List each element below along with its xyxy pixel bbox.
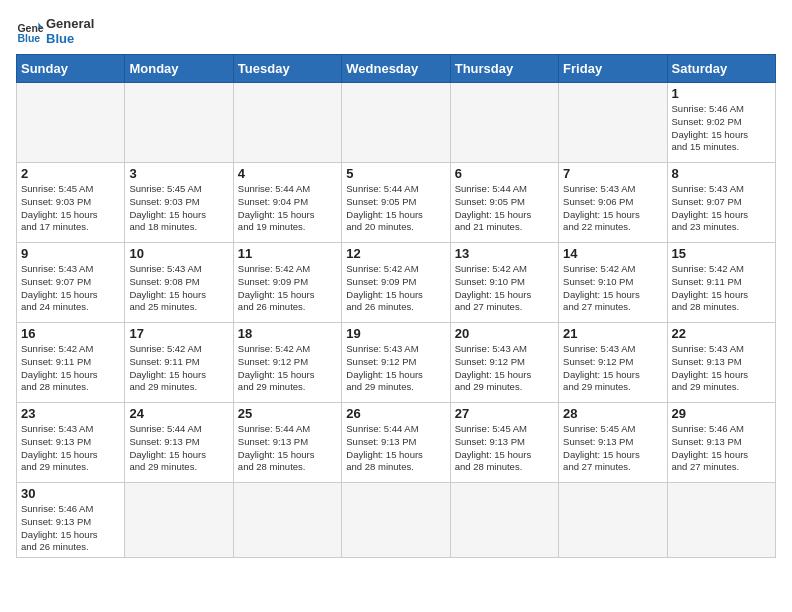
calendar-week-6: 30Sunrise: 5:46 AM Sunset: 9:13 PM Dayli… xyxy=(17,483,776,558)
day-info: Sunrise: 5:43 AM Sunset: 9:07 PM Dayligh… xyxy=(21,263,120,314)
calendar-cell xyxy=(667,483,775,558)
day-info: Sunrise: 5:43 AM Sunset: 9:07 PM Dayligh… xyxy=(672,183,771,234)
weekday-header-tuesday: Tuesday xyxy=(233,55,341,83)
calendar-cell: 26Sunrise: 5:44 AM Sunset: 9:13 PM Dayli… xyxy=(342,403,450,483)
day-number: 6 xyxy=(455,166,554,181)
calendar-cell: 22Sunrise: 5:43 AM Sunset: 9:13 PM Dayli… xyxy=(667,323,775,403)
day-info: Sunrise: 5:42 AM Sunset: 9:11 PM Dayligh… xyxy=(129,343,228,394)
day-number: 20 xyxy=(455,326,554,341)
day-number: 2 xyxy=(21,166,120,181)
calendar-cell: 14Sunrise: 5:42 AM Sunset: 9:10 PM Dayli… xyxy=(559,243,667,323)
day-number: 4 xyxy=(238,166,337,181)
day-number: 5 xyxy=(346,166,445,181)
calendar-cell xyxy=(125,483,233,558)
calendar-cell xyxy=(342,483,450,558)
day-number: 12 xyxy=(346,246,445,261)
calendar-cell xyxy=(125,83,233,163)
day-info: Sunrise: 5:42 AM Sunset: 9:11 PM Dayligh… xyxy=(21,343,120,394)
day-info: Sunrise: 5:42 AM Sunset: 9:12 PM Dayligh… xyxy=(238,343,337,394)
day-info: Sunrise: 5:43 AM Sunset: 9:13 PM Dayligh… xyxy=(672,343,771,394)
day-number: 30 xyxy=(21,486,120,501)
calendar-cell: 16Sunrise: 5:42 AM Sunset: 9:11 PM Dayli… xyxy=(17,323,125,403)
day-number: 28 xyxy=(563,406,662,421)
day-info: Sunrise: 5:45 AM Sunset: 9:03 PM Dayligh… xyxy=(129,183,228,234)
calendar-cell: 11Sunrise: 5:42 AM Sunset: 9:09 PM Dayli… xyxy=(233,243,341,323)
day-info: Sunrise: 5:43 AM Sunset: 9:12 PM Dayligh… xyxy=(455,343,554,394)
calendar-cell xyxy=(342,83,450,163)
day-number: 16 xyxy=(21,326,120,341)
day-info: Sunrise: 5:43 AM Sunset: 9:06 PM Dayligh… xyxy=(563,183,662,234)
day-number: 3 xyxy=(129,166,228,181)
calendar-cell: 20Sunrise: 5:43 AM Sunset: 9:12 PM Dayli… xyxy=(450,323,558,403)
calendar-cell: 10Sunrise: 5:43 AM Sunset: 9:08 PM Dayli… xyxy=(125,243,233,323)
calendar-cell: 30Sunrise: 5:46 AM Sunset: 9:13 PM Dayli… xyxy=(17,483,125,558)
day-number: 18 xyxy=(238,326,337,341)
calendar-cell: 24Sunrise: 5:44 AM Sunset: 9:13 PM Dayli… xyxy=(125,403,233,483)
calendar-week-2: 2Sunrise: 5:45 AM Sunset: 9:03 PM Daylig… xyxy=(17,163,776,243)
calendar-cell: 4Sunrise: 5:44 AM Sunset: 9:04 PM Daylig… xyxy=(233,163,341,243)
calendar-cell xyxy=(233,83,341,163)
day-number: 26 xyxy=(346,406,445,421)
day-info: Sunrise: 5:42 AM Sunset: 9:09 PM Dayligh… xyxy=(238,263,337,314)
logo-text-general: General xyxy=(46,16,94,31)
logo-icon: General Blue xyxy=(16,17,44,45)
day-number: 1 xyxy=(672,86,771,101)
day-info: Sunrise: 5:44 AM Sunset: 9:13 PM Dayligh… xyxy=(129,423,228,474)
calendar-cell: 21Sunrise: 5:43 AM Sunset: 9:12 PM Dayli… xyxy=(559,323,667,403)
day-info: Sunrise: 5:44 AM Sunset: 9:05 PM Dayligh… xyxy=(455,183,554,234)
day-number: 21 xyxy=(563,326,662,341)
day-number: 15 xyxy=(672,246,771,261)
weekday-header-wednesday: Wednesday xyxy=(342,55,450,83)
logo-text-blue: Blue xyxy=(46,31,94,46)
calendar-cell: 29Sunrise: 5:46 AM Sunset: 9:13 PM Dayli… xyxy=(667,403,775,483)
weekday-header-monday: Monday xyxy=(125,55,233,83)
day-number: 29 xyxy=(672,406,771,421)
day-info: Sunrise: 5:45 AM Sunset: 9:13 PM Dayligh… xyxy=(563,423,662,474)
calendar-table: SundayMondayTuesdayWednesdayThursdayFrid… xyxy=(16,54,776,558)
calendar-cell: 9Sunrise: 5:43 AM Sunset: 9:07 PM Daylig… xyxy=(17,243,125,323)
calendar-week-5: 23Sunrise: 5:43 AM Sunset: 9:13 PM Dayli… xyxy=(17,403,776,483)
day-info: Sunrise: 5:43 AM Sunset: 9:08 PM Dayligh… xyxy=(129,263,228,314)
calendar-week-4: 16Sunrise: 5:42 AM Sunset: 9:11 PM Dayli… xyxy=(17,323,776,403)
day-number: 7 xyxy=(563,166,662,181)
day-info: Sunrise: 5:42 AM Sunset: 9:11 PM Dayligh… xyxy=(672,263,771,314)
day-info: Sunrise: 5:45 AM Sunset: 9:13 PM Dayligh… xyxy=(455,423,554,474)
weekday-header-thursday: Thursday xyxy=(450,55,558,83)
day-info: Sunrise: 5:44 AM Sunset: 9:13 PM Dayligh… xyxy=(346,423,445,474)
calendar-cell: 19Sunrise: 5:43 AM Sunset: 9:12 PM Dayli… xyxy=(342,323,450,403)
day-number: 19 xyxy=(346,326,445,341)
calendar-week-1: 1Sunrise: 5:46 AM Sunset: 9:02 PM Daylig… xyxy=(17,83,776,163)
day-info: Sunrise: 5:44 AM Sunset: 9:13 PM Dayligh… xyxy=(238,423,337,474)
day-number: 14 xyxy=(563,246,662,261)
day-info: Sunrise: 5:44 AM Sunset: 9:05 PM Dayligh… xyxy=(346,183,445,234)
calendar-cell: 18Sunrise: 5:42 AM Sunset: 9:12 PM Dayli… xyxy=(233,323,341,403)
day-number: 11 xyxy=(238,246,337,261)
day-number: 8 xyxy=(672,166,771,181)
calendar-cell: 5Sunrise: 5:44 AM Sunset: 9:05 PM Daylig… xyxy=(342,163,450,243)
day-info: Sunrise: 5:43 AM Sunset: 9:12 PM Dayligh… xyxy=(563,343,662,394)
calendar-cell xyxy=(233,483,341,558)
day-number: 25 xyxy=(238,406,337,421)
calendar-week-3: 9Sunrise: 5:43 AM Sunset: 9:07 PM Daylig… xyxy=(17,243,776,323)
day-info: Sunrise: 5:43 AM Sunset: 9:13 PM Dayligh… xyxy=(21,423,120,474)
calendar-cell xyxy=(559,83,667,163)
calendar-header-row: SundayMondayTuesdayWednesdayThursdayFrid… xyxy=(17,55,776,83)
calendar-cell: 25Sunrise: 5:44 AM Sunset: 9:13 PM Dayli… xyxy=(233,403,341,483)
day-number: 13 xyxy=(455,246,554,261)
calendar-cell: 2Sunrise: 5:45 AM Sunset: 9:03 PM Daylig… xyxy=(17,163,125,243)
calendar-cell: 7Sunrise: 5:43 AM Sunset: 9:06 PM Daylig… xyxy=(559,163,667,243)
page-header: General Blue General Blue xyxy=(16,16,776,46)
calendar-cell: 13Sunrise: 5:42 AM Sunset: 9:10 PM Dayli… xyxy=(450,243,558,323)
logo: General Blue General Blue xyxy=(16,16,94,46)
day-info: Sunrise: 5:44 AM Sunset: 9:04 PM Dayligh… xyxy=(238,183,337,234)
calendar-cell xyxy=(450,83,558,163)
day-info: Sunrise: 5:42 AM Sunset: 9:10 PM Dayligh… xyxy=(563,263,662,314)
calendar-cell: 1Sunrise: 5:46 AM Sunset: 9:02 PM Daylig… xyxy=(667,83,775,163)
calendar-cell: 27Sunrise: 5:45 AM Sunset: 9:13 PM Dayli… xyxy=(450,403,558,483)
day-info: Sunrise: 5:46 AM Sunset: 9:02 PM Dayligh… xyxy=(672,103,771,154)
day-info: Sunrise: 5:45 AM Sunset: 9:03 PM Dayligh… xyxy=(21,183,120,234)
calendar-cell: 12Sunrise: 5:42 AM Sunset: 9:09 PM Dayli… xyxy=(342,243,450,323)
day-number: 10 xyxy=(129,246,228,261)
calendar-cell xyxy=(559,483,667,558)
day-number: 17 xyxy=(129,326,228,341)
